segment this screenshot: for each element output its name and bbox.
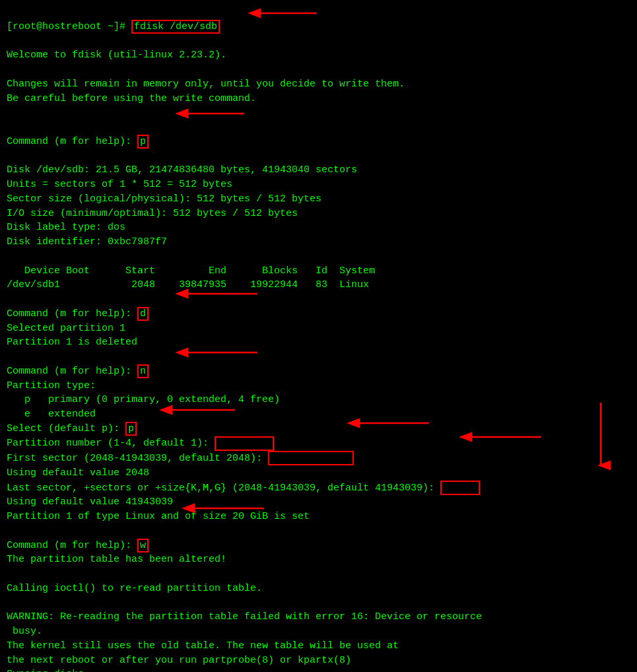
partition-number-input[interactable] [215,436,274,451]
key-p-second: p [125,422,137,436]
last-sector-line: Last sector, +sectors or +size{K,M,G} (2… [7,483,480,494]
using-default-2048: Using default value 2048 [7,467,149,479]
using-default-41943039: Using default value 41943039 Partition 1… [7,496,310,522]
select-default-line: Select (default p): p [7,422,137,436]
command-w-line: Command (m for help): w [7,539,149,553]
partition-deleted: Selected partition 1 Partition 1 is dele… [7,323,137,349]
key-d: d [137,307,149,321]
first-sector-input[interactable] [268,451,354,465]
partition-number-line: Partition number (1-4, default 1): [7,438,274,449]
prompt-line1: [root@hostreboot ~]# fdisk /dev/sdb [7,20,220,34]
changes-line1: Changes will remain in memory only, unti… [7,79,405,104]
command-p-line: Command (m for help): p [7,135,149,149]
fdisk-command: fdisk /dev/sdb [131,20,220,34]
terminal-window: [root@hostreboot ~]# fdisk /dev/sdb Welc… [7,5,630,672]
key-n: n [137,364,149,378]
arrow-fdisk [244,3,323,23]
first-sector-line: First sector (2048-41943039, default 204… [7,453,354,464]
key-p-first: p [137,135,149,149]
partition-altered: The partition table has been altered! Ca… [7,554,482,672]
partition-type: Partition type: p primary (0 primary, 0 … [7,380,280,420]
command-d-line: Command (m for help): d [7,307,149,321]
welcome-line: Welcome to fdisk (util-linux 2.23.2). [7,50,226,61]
last-sector-input[interactable] [440,481,480,495]
key-w: w [137,539,149,553]
disk-info: Disk /dev/sdb: 21.5 GB, 21474836480 byte… [7,164,375,290]
command-n-line: Command (m for help): n [7,364,149,378]
